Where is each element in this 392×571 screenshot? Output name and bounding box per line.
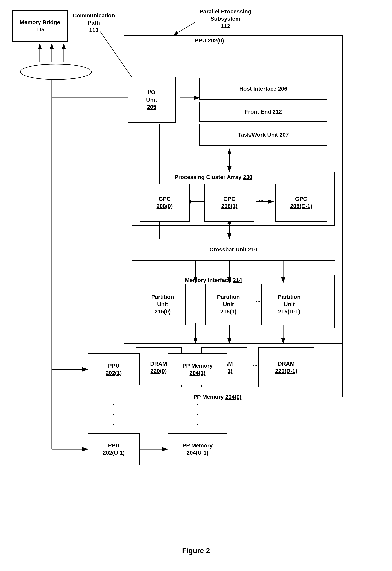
bus-ellipse bbox=[20, 64, 92, 80]
ppu0-label: PPU 202(0) bbox=[180, 37, 239, 44]
crossbar-box: Crossbar Unit 210 bbox=[132, 239, 335, 261]
task-work-box: Task/Work Unit 207 bbox=[199, 124, 327, 146]
io-unit-box: I/OUnit 205 bbox=[128, 77, 176, 123]
ppu1-label: PPU202(1) bbox=[106, 362, 122, 377]
ppun-box: PPU202(U-1) bbox=[88, 433, 140, 465]
ppu-dots-right: ··· bbox=[192, 399, 203, 430]
ppun-label: PPU202(U-1) bbox=[103, 442, 125, 457]
partition0-label: PartitionUnit215(0) bbox=[151, 293, 174, 315]
pp-memoryn-label: PP Memory204(U-1) bbox=[182, 442, 213, 457]
host-interface-box: Host Interface 206 bbox=[199, 78, 327, 100]
partition1-label: PartitionUnit215(1) bbox=[217, 293, 240, 315]
memory-bridge-box: Memory Bridge 105 bbox=[12, 10, 68, 42]
ppu-dots-left: ··· bbox=[108, 399, 120, 430]
pp-memoryn-box: PP Memory204(U-1) bbox=[168, 433, 227, 465]
pca-label: Processing Cluster Array 230 bbox=[152, 174, 275, 181]
gpcn-label: GPC208(C-1) bbox=[290, 195, 312, 210]
partition1-box: PartitionUnit215(1) bbox=[206, 283, 251, 325]
pp-memory0-text: PP Memory 204(0) bbox=[194, 394, 242, 400]
diagram-container: Memory Bridge 105 Communication Path 113… bbox=[0, 0, 392, 571]
comm-path-label: Communication Path 113 bbox=[72, 12, 116, 34]
task-work-label: Task/Work Unit 207 bbox=[238, 131, 289, 138]
io-unit-label: I/OUnit bbox=[146, 89, 157, 103]
figure-label: Figure 2 bbox=[0, 547, 392, 555]
front-end-box: Front End 212 bbox=[199, 102, 327, 122]
crossbar-label: Crossbar Unit 210 bbox=[210, 246, 257, 253]
io-unit-num: 205 bbox=[147, 103, 156, 111]
partitionn-box: PartitionUnit215(D-1) bbox=[261, 283, 317, 325]
gpc1-box: GPC208(1) bbox=[205, 184, 254, 222]
front-end-label: Front End 212 bbox=[245, 108, 282, 115]
gpc0-box: GPC208(0) bbox=[140, 184, 190, 222]
pca-text: Processing Cluster Array 230 bbox=[175, 174, 252, 180]
partition-dots: ··· bbox=[255, 297, 261, 305]
partitionn-label: PartitionUnit215(D-1) bbox=[278, 293, 301, 315]
pp-subsystem-text: Parallel Processing Subsystem bbox=[200, 8, 251, 22]
comm-path-num: 113 bbox=[89, 27, 98, 33]
gpc-dots: ··· bbox=[258, 197, 264, 204]
gpcn-box: GPC208(C-1) bbox=[275, 184, 327, 222]
pp-memory1-label: PP Memory204(1) bbox=[182, 362, 213, 377]
ppu1-box: PPU202(1) bbox=[88, 353, 140, 385]
memory-interface-label: Memory Interface 214 bbox=[164, 277, 263, 284]
figure-text: Figure 2 bbox=[182, 547, 210, 555]
dram-dots: ··· bbox=[252, 361, 258, 369]
pp-memory1-box: PP Memory204(1) bbox=[168, 353, 227, 385]
dram0-label: DRAM220(0) bbox=[150, 360, 167, 375]
ppu0-text: PPU 202(0) bbox=[195, 37, 224, 44]
memory-interface-text: Memory Interface 214 bbox=[185, 277, 242, 283]
gpc1-label: GPC208(1) bbox=[222, 195, 238, 210]
pp-subsystem-label: Parallel Processing Subsystem 112 bbox=[192, 8, 259, 30]
pp-memory0-label: PP Memory 204(0) bbox=[169, 393, 265, 400]
partition0-box: PartitionUnit215(0) bbox=[140, 283, 185, 325]
dramn-box: DRAM220(D-1) bbox=[258, 347, 314, 387]
gpc0-label: GPC208(0) bbox=[157, 195, 173, 210]
pp-subsystem-num: 112 bbox=[221, 23, 230, 29]
memory-bridge-label: Memory Bridge bbox=[20, 19, 60, 26]
memory-bridge-num: 105 bbox=[35, 26, 45, 33]
host-interface-label: Host Interface 206 bbox=[239, 85, 287, 92]
dramn-label: DRAM220(D-1) bbox=[275, 360, 297, 375]
comm-path-text: Communication Path bbox=[73, 12, 115, 26]
